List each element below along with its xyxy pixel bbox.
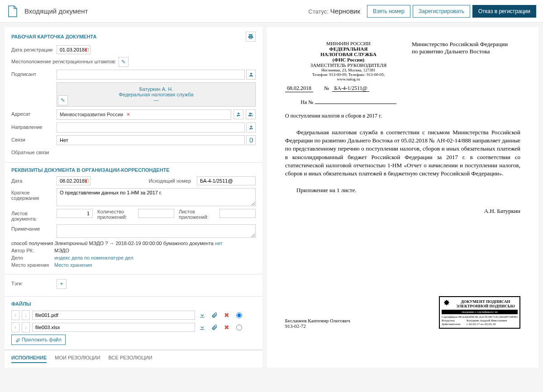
document-icon (7, 5, 18, 18)
print-button[interactable] (246, 32, 256, 42)
delete-icon[interactable]: ✖ (222, 310, 232, 320)
back-links-label: Обратные связи (11, 148, 54, 155)
paper-doc-link[interactable]: нет (215, 241, 223, 246)
author-value: МЭДО (54, 248, 256, 253)
addressee-remove-icon[interactable]: ✕ (126, 112, 130, 117)
links-add-button[interactable] (246, 135, 256, 145)
document-preview: МИНФИН РОССИИ ФЕДЕРАЛЬНАЯ НАЛОГОВАЯ СЛУЖ… (267, 27, 538, 368)
eagle-icon (442, 299, 452, 309)
tags-label: Тэги: (11, 279, 54, 286)
download-icon[interactable] (197, 310, 207, 320)
req-date-label: Дата (11, 176, 54, 184)
stamp-position-label: Местоположение регистрационных штампов: (11, 57, 116, 64)
summary-input[interactable]: О представлении данных по 1-НМ за 2017 г… (57, 188, 256, 206)
out-num-label: Исходящий номер (93, 176, 195, 184)
form-panel: РАБОЧАЯ КАРТОЧКА ДОКУМЕНТА Дата регистра… (5, 27, 262, 368)
attachment-icon[interactable] (210, 322, 219, 332)
take-number-button[interactable]: Взять номер (367, 5, 410, 18)
file-row: ↑ ↓ ✖ (11, 310, 256, 320)
links-input[interactable] (57, 135, 245, 145)
digital-signature-stamp: ДОКУМЕНТ ПОДПИСАН ЭЛЕКТРОННОЙ ПОДПИСЬЮ с… (439, 296, 520, 329)
file-main-radio[interactable] (236, 312, 242, 318)
file-row: ↑ ↓ ✖ (11, 322, 256, 332)
files-section-title: ФАЙЛЫ (11, 301, 256, 307)
att-count-input[interactable] (138, 209, 174, 218)
status-value: Черновик (330, 7, 360, 15)
attach-file-button[interactable]: Приложить файл (11, 335, 66, 345)
edit-stamp-button[interactable]: ✎ (119, 57, 129, 67)
register-button[interactable]: Зарегистрировать (413, 5, 470, 18)
file-move-down-button[interactable]: ↓ (22, 310, 30, 320)
signer-pick-button[interactable] (246, 70, 256, 80)
file-name-input[interactable] (32, 311, 195, 320)
delete-icon[interactable]: ✖ (222, 322, 232, 332)
addressee-box: Минвостокразвития России ✕ (57, 109, 231, 120)
addressee-label: Адресат (11, 109, 54, 117)
requisites-section-title: РЕКВИЗИТЫ ДОКУМЕНТА В ОРГАНИЗАЦИИ-КОРРЕС… (11, 167, 256, 173)
file-main-radio[interactable] (236, 325, 242, 331)
preview-sender-block: МИНФИН РОССИИ ФЕДЕРАЛЬНАЯ НАЛОГОВАЯ СЛУЖ… (285, 41, 412, 119)
sheets-label: Листов документа: (11, 209, 54, 222)
addressee-add-user-button[interactable] (233, 109, 243, 119)
sheets-input[interactable] (57, 209, 93, 218)
file-move-up-button[interactable]: ↑ (11, 322, 19, 332)
attachment-icon[interactable] (210, 310, 219, 320)
tab-my-resolutions[interactable]: МОИ РЕЗОЛЮЦИИ (55, 355, 100, 363)
tab-execution[interactable]: ИСПОЛНЕНИЕ (11, 355, 47, 363)
preview-body: Федеральная налоговая служба в соответст… (285, 128, 520, 178)
preview-signature: А.Н. Батуркин (285, 208, 520, 215)
reg-date-input[interactable] (57, 45, 90, 54)
storage-link[interactable]: Место хранения (54, 262, 92, 268)
page-title: Входящий документ (24, 7, 88, 15)
preview-addressee-block: Министерство Российской Федерации по раз… (412, 41, 520, 119)
links-label: Связи (11, 135, 54, 142)
direction-pick-button[interactable] (246, 123, 256, 132)
delo-link[interactable]: индекс дела по номенклатуре дел (54, 255, 133, 260)
addressee-add-org-button[interactable] (246, 109, 256, 119)
signer-input[interactable] (57, 70, 245, 80)
storage-label: Место хранения (11, 262, 54, 268)
signer-edit-button[interactable]: ✎ (58, 95, 68, 105)
file-name-input[interactable] (32, 323, 195, 332)
tab-all-resolutions[interactable]: ВСЕ РЕЗОЛЮЦИИ (109, 355, 152, 363)
att-sheets-label: Листов приложений: (179, 209, 215, 220)
req-date-input[interactable] (57, 176, 90, 185)
att-sheets-input[interactable] (219, 209, 256, 218)
direction-label: Направление (11, 123, 54, 130)
signer-card: Батуркин А. Н. Федеральная налоговая слу… (57, 82, 256, 107)
add-tag-button[interactable]: + (57, 279, 67, 289)
out-num-input[interactable] (197, 176, 256, 185)
author-label: Автор РК: (11, 248, 54, 253)
summary-label: Краткое содержание (11, 188, 54, 201)
page-header: Входящий документ Статус: Черновик Взять… (0, 0, 543, 23)
signer-label: Подписант (11, 70, 54, 77)
file-move-down-button[interactable]: ↓ (22, 322, 30, 332)
reg-date-label: Дата регистрации (11, 45, 54, 52)
preview-attachment-line: Приложение на 1 листе. (285, 187, 520, 194)
att-count-label: Количество приложений: (97, 209, 133, 220)
file-move-up-button[interactable]: ↑ (11, 310, 19, 320)
status-block: Статус: Черновик (309, 7, 361, 15)
note-label: Примечание (11, 224, 54, 231)
delo-label: Дело (11, 255, 54, 260)
note-input[interactable] (57, 224, 256, 238)
reject-registration-button[interactable]: Отказ в регистрации (472, 5, 536, 18)
receive-method-row: способ получения Электронный МЭДО ? → 20… (11, 241, 256, 246)
direction-input[interactable] (57, 123, 245, 132)
preview-executor: Бесланеев Кантемир Олегович 913-02-72 (285, 318, 350, 329)
download-icon[interactable] (197, 322, 207, 332)
tabs-bar: ИСПОЛНЕНИЕ МОИ РЕЗОЛЮЦИИ ВСЕ РЕЗОЛЮЦИИ (5, 350, 262, 368)
card-section-title: РАБОЧАЯ КАРТОЧКА ДОКУМЕНТА (11, 34, 96, 39)
